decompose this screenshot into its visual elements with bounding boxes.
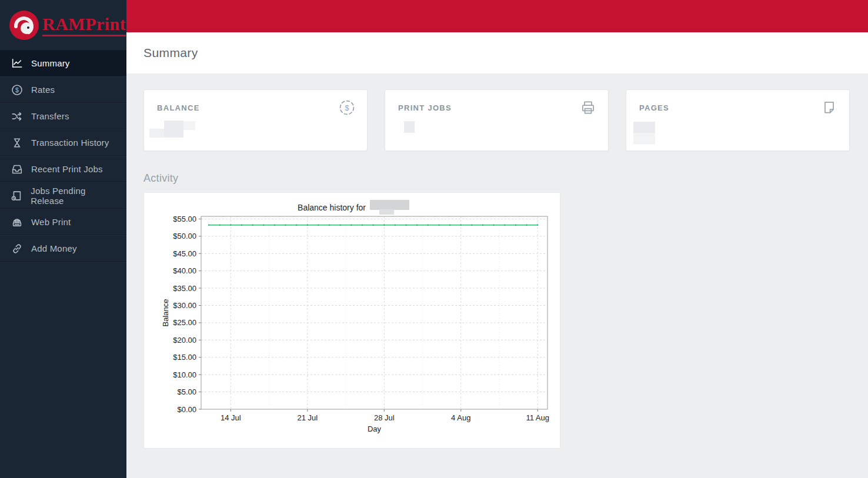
svg-text:$25.00: $25.00 bbox=[173, 318, 196, 327]
svg-text:4 Aug: 4 Aug bbox=[451, 413, 470, 422]
svg-text:$45.00: $45.00 bbox=[173, 249, 196, 258]
svg-text:$30.00: $30.00 bbox=[173, 301, 196, 310]
shuffle-icon bbox=[10, 109, 24, 123]
sidebar-nav: Summary $ Rates Transfers Transaction Hi… bbox=[0, 50, 126, 262]
svg-text:$5.00: $5.00 bbox=[177, 387, 196, 396]
redacted-pages-value bbox=[633, 133, 655, 144]
main-area: Summary BALANCE $ PRINT JOBS bbox=[126, 0, 868, 478]
activity-chart-card: 14 Jul21 Jul28 Jul4 Aug11 Aug$0.00$5.00$… bbox=[143, 192, 560, 449]
sidebar-item-recent-print-jobs[interactable]: Recent Print Jobs bbox=[0, 156, 126, 182]
svg-text:21 Jul: 21 Jul bbox=[297, 413, 318, 422]
svg-text:$: $ bbox=[15, 86, 18, 93]
svg-text:Balance history for: Balance history for bbox=[298, 203, 366, 212]
svg-text:$: $ bbox=[345, 103, 349, 112]
sidebar-item-label: Rates bbox=[31, 85, 55, 95]
brand-logo[interactable]: RAMPrint bbox=[0, 0, 126, 50]
svg-text:$55.00: $55.00 bbox=[173, 215, 196, 223]
svg-text:$0.00: $0.00 bbox=[177, 405, 196, 414]
activity-section-label: Activity bbox=[143, 172, 850, 185]
sidebar-item-label: Transaction History bbox=[31, 138, 109, 148]
globe-printer-icon bbox=[10, 215, 24, 229]
line-chart-icon bbox=[10, 56, 24, 70]
svg-text:Balance: Balance bbox=[161, 299, 170, 327]
document-clock-icon bbox=[10, 189, 23, 202]
balance-history-chart: 14 Jul21 Jul28 Jul4 Aug11 Aug$0.00$5.00$… bbox=[144, 193, 560, 450]
printer-icon bbox=[580, 99, 596, 116]
print-jobs-card: PRINT JOBS bbox=[385, 89, 609, 151]
balance-card-label: BALANCE bbox=[157, 103, 200, 112]
sidebar-item-add-money[interactable]: Add Money bbox=[0, 235, 126, 262]
sidebar-item-label: Add Money bbox=[31, 243, 77, 253]
sidebar-item-label: Jobs Pending Release bbox=[31, 186, 118, 206]
redacted-pages-value bbox=[633, 122, 655, 133]
pages-card: PAGES bbox=[626, 89, 850, 151]
stat-cards-row: BALANCE $ PRINT JOBS PAGES bbox=[143, 89, 850, 151]
svg-text:$15.00: $15.00 bbox=[173, 353, 196, 362]
sidebar-item-rates[interactable]: $ Rates bbox=[0, 76, 126, 103]
dollar-circle-icon: $ bbox=[10, 83, 24, 96]
inbox-tray-icon bbox=[10, 162, 24, 176]
redacted-balance-value bbox=[164, 121, 183, 138]
hourglass-icon bbox=[10, 136, 24, 149]
svg-text:$50.00: $50.00 bbox=[173, 232, 196, 240]
sidebar-item-label: Recent Print Jobs bbox=[31, 164, 103, 174]
brand-name: RAMPrint bbox=[42, 14, 126, 36]
redacted-balance-value bbox=[183, 121, 195, 130]
svg-text:Day: Day bbox=[368, 424, 382, 433]
sidebar-item-web-print[interactable]: Web Print bbox=[0, 209, 126, 235]
page-icon bbox=[821, 99, 837, 116]
app-root: RAMPrint Summary $ Rates Transfers bbox=[0, 0, 868, 478]
topbar bbox=[126, 0, 868, 32]
link-icon bbox=[10, 242, 24, 255]
svg-text:14 Jul: 14 Jul bbox=[221, 413, 241, 422]
page-header: Summary bbox=[126, 32, 868, 73]
sidebar-item-transaction-history[interactable]: Transaction History bbox=[0, 129, 126, 156]
dollar-circle-dashed-icon: $ bbox=[339, 99, 355, 116]
redacted-balance-value bbox=[149, 129, 164, 138]
sidebar-item-summary[interactable]: Summary bbox=[0, 50, 126, 76]
svg-text:$10.00: $10.00 bbox=[173, 370, 196, 379]
sidebar-item-label: Web Print bbox=[31, 217, 71, 227]
redacted-print-jobs-value bbox=[404, 121, 415, 133]
svg-text:$20.00: $20.00 bbox=[173, 336, 196, 345]
svg-text:$35.00: $35.00 bbox=[173, 284, 196, 293]
page-title: Summary bbox=[143, 46, 198, 60]
print-jobs-card-label: PRINT JOBS bbox=[398, 103, 452, 112]
content: BALANCE $ PRINT JOBS PAGES bbox=[126, 73, 868, 478]
sidebar: RAMPrint Summary $ Rates Transfers bbox=[0, 0, 126, 478]
sidebar-item-label: Transfers bbox=[31, 111, 69, 121]
ram-logo-icon bbox=[8, 9, 40, 41]
svg-text:28 Jul: 28 Jul bbox=[374, 413, 395, 422]
svg-text:11 Aug: 11 Aug bbox=[526, 413, 549, 422]
pages-card-label: PAGES bbox=[639, 103, 669, 112]
svg-text:$40.00: $40.00 bbox=[173, 266, 196, 275]
balance-card: BALANCE $ bbox=[143, 89, 368, 151]
sidebar-item-label: Summary bbox=[31, 58, 70, 68]
sidebar-item-jobs-pending-release[interactable]: Jobs Pending Release bbox=[0, 182, 126, 209]
sidebar-item-transfers[interactable]: Transfers bbox=[0, 103, 126, 129]
